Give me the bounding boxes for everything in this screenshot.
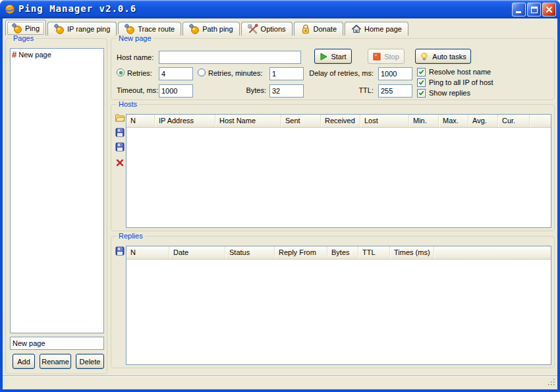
column-header-min[interactable]: Min. bbox=[409, 115, 439, 127]
replies-table-body[interactable] bbox=[126, 260, 551, 364]
retries-radio[interactable] bbox=[117, 69, 125, 76]
checkbox-box[interactable] bbox=[417, 68, 426, 76]
status-bar bbox=[3, 376, 557, 389]
timeout-input[interactable] bbox=[159, 84, 193, 98]
column-header-filler bbox=[434, 246, 551, 259]
delay-of-retries-label: Delay of retries, ms: bbox=[305, 69, 374, 78]
column-header-filler bbox=[530, 115, 551, 127]
client-area: PingIP range pingTrace routePath pingOpt… bbox=[3, 18, 557, 389]
stop-button[interactable]: Stop bbox=[368, 49, 405, 64]
maximize-icon bbox=[531, 7, 538, 13]
column-header-date[interactable]: Date bbox=[169, 246, 225, 259]
tab-trace-route[interactable]: Trace route bbox=[118, 22, 181, 36]
replies-group-label: Replies bbox=[117, 232, 145, 240]
pages-panel: Pages #New page Add Rename Delete bbox=[5, 38, 107, 374]
column-header-n[interactable]: N bbox=[126, 115, 155, 127]
replies-table-header: NDateStatusReply FromBytesTTLTimes (ms) bbox=[126, 246, 551, 260]
pages-list[interactable]: #New page bbox=[10, 48, 104, 333]
column-header-ip-address[interactable]: IP Address bbox=[155, 115, 215, 127]
column-header-ttl[interactable]: TTL bbox=[358, 246, 390, 259]
start-button[interactable]: Start bbox=[314, 49, 352, 64]
open-folder-icon bbox=[115, 113, 125, 125]
tab-home-page[interactable]: Home page bbox=[345, 22, 408, 36]
replies-table: NDateStatusReply FromBytesTTLTimes (ms) bbox=[126, 246, 551, 365]
new-page-panel: New page Host name: Start Stop bbox=[111, 38, 555, 100]
lock-icon bbox=[300, 24, 311, 34]
checkbox-resolve-host-name[interactable]: Resolve host name bbox=[417, 67, 491, 76]
tab-ip-range-ping[interactable]: IP range ping bbox=[47, 22, 117, 36]
column-header-n[interactable]: N bbox=[126, 246, 169, 259]
page-list-item[interactable]: #New page bbox=[11, 49, 103, 60]
window-controls bbox=[512, 3, 556, 16]
ttl-label: TTL: bbox=[305, 86, 374, 95]
retries-minutes-radio[interactable] bbox=[198, 69, 206, 76]
rename-button[interactable]: Rename bbox=[40, 354, 71, 369]
home-icon bbox=[351, 24, 362, 34]
column-header-cur[interactable]: Cur. bbox=[498, 115, 530, 127]
tab-bar: PingIP range pingTrace routePath pingOpt… bbox=[5, 20, 557, 36]
column-header-lost[interactable]: Lost bbox=[360, 115, 409, 127]
checkbox-show-replies[interactable]: Show replies bbox=[417, 88, 470, 98]
tab-donate[interactable]: Donate bbox=[294, 22, 343, 36]
add-button[interactable]: Add bbox=[13, 354, 35, 369]
hosts-panel: Hosts bbox=[111, 104, 555, 231]
stop-icon bbox=[373, 53, 381, 61]
page-name-input[interactable] bbox=[10, 337, 104, 350]
resize-grip[interactable] bbox=[546, 377, 556, 388]
host-name-label: Host name: bbox=[117, 53, 154, 62]
bytes-label: Bytes: bbox=[220, 86, 266, 95]
window-title: Ping Manager v2.0.6 bbox=[18, 3, 136, 14]
page-item-icon: # bbox=[12, 50, 16, 59]
delete-host-button[interactable] bbox=[114, 157, 126, 169]
title-bar[interactable]: Ping Manager v2.0.6 bbox=[0, 0, 560, 18]
column-header-status[interactable]: Status bbox=[225, 246, 275, 259]
load-hosts-button[interactable] bbox=[114, 113, 126, 125]
delay-of-retries-input[interactable] bbox=[378, 67, 412, 80]
retries-minutes-label: Retries, minutes: bbox=[208, 69, 263, 78]
new-page-group-label: New page bbox=[117, 34, 154, 42]
delete-button[interactable]: Delete bbox=[76, 354, 104, 369]
ttl-input[interactable] bbox=[378, 84, 412, 98]
retries-input[interactable] bbox=[159, 67, 193, 80]
column-header-host-name[interactable]: Host Name bbox=[215, 115, 281, 127]
retries-minutes-input[interactable] bbox=[269, 67, 304, 80]
column-header-times-ms[interactable]: Times (ms) bbox=[390, 246, 434, 259]
timeout-label: Timeout, ms: bbox=[117, 86, 158, 95]
save-hosts-button[interactable] bbox=[114, 127, 126, 139]
tab-ping[interactable]: Ping bbox=[5, 20, 46, 36]
checkbox-box[interactable] bbox=[417, 89, 426, 98]
save-hosts-as-button[interactable] bbox=[114, 142, 126, 154]
tab-options[interactable]: Options bbox=[241, 22, 293, 36]
close-button[interactable] bbox=[542, 3, 556, 16]
start-icon bbox=[320, 53, 327, 61]
column-header-max[interactable]: Max. bbox=[439, 115, 468, 127]
tab-path-ping[interactable]: Path ping bbox=[182, 22, 239, 36]
tools-icon bbox=[248, 24, 258, 34]
app-window: Ping Manager v2.0.6 PingIP range pingTra… bbox=[0, 0, 560, 392]
hosts-table: NIP AddressHost NameSentReceivedLostMin.… bbox=[126, 114, 551, 228]
app-icon bbox=[5, 4, 15, 14]
hosts-table-header: NIP AddressHost NameSentReceivedLostMin.… bbox=[126, 115, 551, 128]
maximize-button[interactable] bbox=[527, 3, 541, 16]
replies-panel: Replies NDateStatusReply FromBytesTTLTim… bbox=[111, 236, 555, 368]
column-header-bytes[interactable]: Bytes bbox=[327, 246, 358, 259]
checkbox-box[interactable] bbox=[417, 78, 426, 87]
ping-icon bbox=[189, 24, 200, 34]
host-name-input[interactable] bbox=[159, 51, 301, 64]
bytes-input[interactable] bbox=[269, 84, 304, 98]
hosts-group-label: Hosts bbox=[117, 100, 139, 108]
checkbox-ping-to-all-ip-of-host[interactable]: Ping to all IP of host bbox=[417, 78, 493, 87]
save-replies-button[interactable] bbox=[114, 246, 126, 258]
minimize-button[interactable] bbox=[512, 3, 526, 16]
save-icon bbox=[115, 142, 125, 154]
auto-tasks-button[interactable]: Auto tasks bbox=[415, 49, 471, 64]
column-header-sent[interactable]: Sent bbox=[281, 115, 321, 127]
column-header-reply-from[interactable]: Reply From bbox=[275, 246, 327, 259]
hosts-table-body[interactable] bbox=[126, 128, 551, 227]
ping-icon bbox=[125, 24, 135, 34]
column-header-received[interactable]: Received bbox=[321, 115, 360, 127]
column-header-avg[interactable]: Avg. bbox=[468, 115, 498, 127]
close-icon bbox=[545, 5, 553, 15]
bulb-icon bbox=[420, 52, 429, 61]
minimize-icon bbox=[516, 11, 521, 13]
